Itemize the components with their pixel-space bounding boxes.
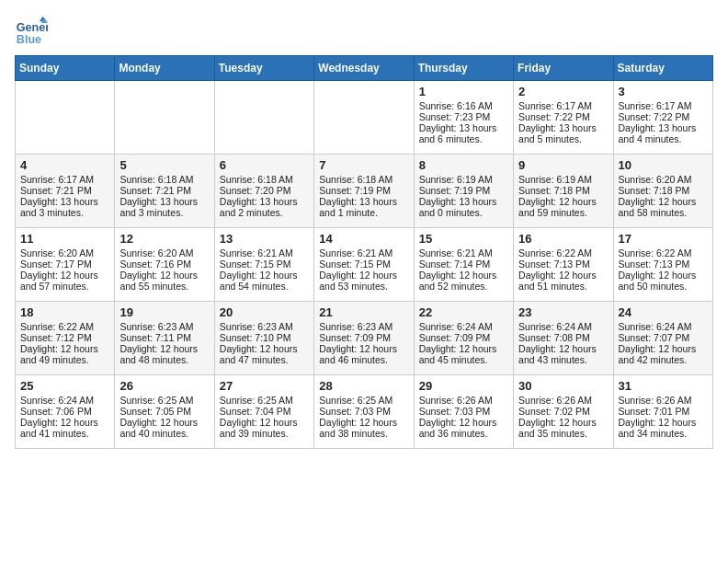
day-info: Sunset: 7:10 PM — [220, 332, 309, 343]
day-info: and 38 minutes. — [319, 428, 408, 439]
day-info: Sunset: 7:05 PM — [119, 406, 209, 417]
day-info: and 51 minutes. — [518, 281, 608, 292]
day-number: 17 — [619, 232, 708, 246]
week-row-1: 1Sunrise: 6:16 AMSunset: 7:23 PMDaylight… — [16, 81, 713, 155]
calendar-cell: 26Sunrise: 6:25 AMSunset: 7:05 PMDayligh… — [115, 375, 214, 449]
day-number: 4 — [20, 158, 109, 172]
calendar-cell: 22Sunrise: 6:24 AMSunset: 7:09 PMDayligh… — [414, 302, 513, 375]
day-number: 18 — [20, 305, 109, 319]
day-info: Sunset: 7:02 PM — [518, 406, 608, 417]
day-info: Sunrise: 6:24 AM — [518, 321, 608, 332]
day-info: and 2 minutes. — [220, 207, 309, 218]
calendar-cell: 2Sunrise: 6:17 AMSunset: 7:22 PMDaylight… — [514, 81, 613, 155]
logo-icon: General Blue — [15, 15, 48, 48]
day-info: Sunrise: 6:25 AM — [220, 395, 309, 406]
day-number: 21 — [319, 305, 408, 319]
day-info: Sunrise: 6:18 AM — [220, 174, 309, 185]
day-info: Daylight: 12 hours — [619, 417, 708, 428]
day-info: Sunset: 7:19 PM — [419, 185, 508, 196]
day-info: Daylight: 13 hours — [619, 122, 708, 133]
week-row-4: 18Sunrise: 6:22 AMSunset: 7:12 PMDayligh… — [16, 302, 713, 375]
day-info: Daylight: 12 hours — [419, 343, 508, 354]
day-info: and 57 minutes. — [20, 281, 109, 292]
day-number: 13 — [220, 232, 309, 246]
day-info: Sunrise: 6:25 AM — [119, 395, 209, 406]
calendar-cell: 17Sunrise: 6:22 AMSunset: 7:13 PMDayligh… — [613, 228, 712, 302]
day-info: and 43 minutes. — [518, 354, 608, 365]
day-info: Sunset: 7:21 PM — [20, 185, 109, 196]
day-info: Sunset: 7:11 PM — [119, 332, 209, 343]
calendar-cell: 3Sunrise: 6:17 AMSunset: 7:22 PMDaylight… — [613, 81, 712, 155]
day-info: and 3 minutes. — [20, 207, 109, 218]
day-number: 29 — [419, 379, 508, 393]
day-info: and 50 minutes. — [619, 281, 708, 292]
day-info: Sunrise: 6:17 AM — [518, 100, 608, 111]
day-info: Daylight: 12 hours — [619, 270, 708, 281]
day-info: Daylight: 12 hours — [518, 417, 608, 428]
day-info: Sunset: 7:09 PM — [419, 332, 508, 343]
day-number: 3 — [619, 85, 708, 98]
day-info: and 5 minutes. — [518, 133, 608, 144]
day-number: 27 — [220, 379, 309, 393]
day-info: Sunrise: 6:21 AM — [319, 247, 408, 259]
day-number: 10 — [619, 158, 708, 172]
day-info: Sunrise: 6:17 AM — [619, 100, 708, 111]
day-info: and 39 minutes. — [220, 428, 309, 439]
day-info: Sunset: 7:17 PM — [20, 259, 109, 270]
day-info: and 46 minutes. — [319, 354, 408, 365]
day-number: 22 — [419, 305, 508, 319]
day-number: 30 — [518, 379, 608, 393]
day-info: Sunrise: 6:16 AM — [419, 100, 508, 111]
day-info: Sunset: 7:08 PM — [518, 332, 608, 343]
day-info: and 53 minutes. — [319, 281, 408, 292]
day-info: Daylight: 12 hours — [20, 343, 109, 354]
day-info: Sunrise: 6:17 AM — [20, 174, 109, 185]
calendar-cell: 23Sunrise: 6:24 AMSunset: 7:08 PMDayligh… — [514, 302, 613, 375]
weekday-header-thursday: Thursday — [414, 56, 513, 81]
calendar-cell: 9Sunrise: 6:19 AMSunset: 7:18 PMDaylight… — [514, 155, 613, 228]
calendar-cell: 5Sunrise: 6:18 AMSunset: 7:21 PMDaylight… — [115, 155, 214, 228]
day-number: 20 — [220, 305, 309, 319]
day-info: Sunset: 7:15 PM — [220, 259, 309, 270]
day-info: Sunrise: 6:26 AM — [518, 395, 608, 406]
day-info: and 4 minutes. — [619, 133, 708, 144]
day-info: Sunset: 7:19 PM — [319, 185, 408, 196]
calendar-cell: 18Sunrise: 6:22 AMSunset: 7:12 PMDayligh… — [16, 302, 115, 375]
calendar-cell: 8Sunrise: 6:19 AMSunset: 7:19 PMDaylight… — [414, 155, 513, 228]
day-info: Sunrise: 6:23 AM — [220, 321, 309, 332]
day-info: and 3 minutes. — [119, 207, 209, 218]
day-number: 19 — [119, 305, 209, 319]
week-row-5: 25Sunrise: 6:24 AMSunset: 7:06 PMDayligh… — [16, 375, 713, 449]
day-info: and 54 minutes. — [220, 281, 309, 292]
weekday-header-tuesday: Tuesday — [214, 56, 313, 81]
day-info: and 34 minutes. — [619, 428, 708, 439]
day-info: and 42 minutes. — [619, 354, 708, 365]
day-info: and 48 minutes. — [119, 354, 209, 365]
day-info: Daylight: 12 hours — [119, 343, 209, 354]
day-info: Sunrise: 6:19 AM — [518, 174, 608, 185]
day-number: 25 — [20, 379, 109, 393]
day-info: Sunrise: 6:24 AM — [419, 321, 508, 332]
logo: General Blue — [15, 15, 51, 48]
day-info: Sunrise: 6:21 AM — [419, 247, 508, 259]
day-info: Daylight: 12 hours — [220, 417, 309, 428]
day-info: Daylight: 13 hours — [119, 196, 209, 207]
calendar-cell: 21Sunrise: 6:23 AMSunset: 7:09 PMDayligh… — [314, 302, 414, 375]
header: General Blue — [15, 15, 713, 48]
day-number: 8 — [419, 158, 508, 172]
day-info: Daylight: 12 hours — [119, 270, 209, 281]
day-info: Sunset: 7:03 PM — [319, 406, 408, 417]
day-info: Daylight: 12 hours — [319, 343, 408, 354]
day-info: Sunset: 7:03 PM — [419, 406, 508, 417]
calendar-cell: 15Sunrise: 6:21 AMSunset: 7:14 PMDayligh… — [414, 228, 513, 302]
day-info: Daylight: 12 hours — [518, 196, 608, 207]
day-info: Daylight: 12 hours — [20, 270, 109, 281]
calendar-cell — [115, 81, 214, 155]
day-number: 14 — [319, 232, 408, 246]
day-number: 1 — [419, 85, 508, 98]
day-number: 2 — [518, 85, 608, 98]
calendar-cell: 12Sunrise: 6:20 AMSunset: 7:16 PMDayligh… — [115, 228, 214, 302]
day-info: Sunrise: 6:20 AM — [619, 174, 708, 185]
day-info: Daylight: 13 hours — [220, 196, 309, 207]
day-info: and 55 minutes. — [119, 281, 209, 292]
